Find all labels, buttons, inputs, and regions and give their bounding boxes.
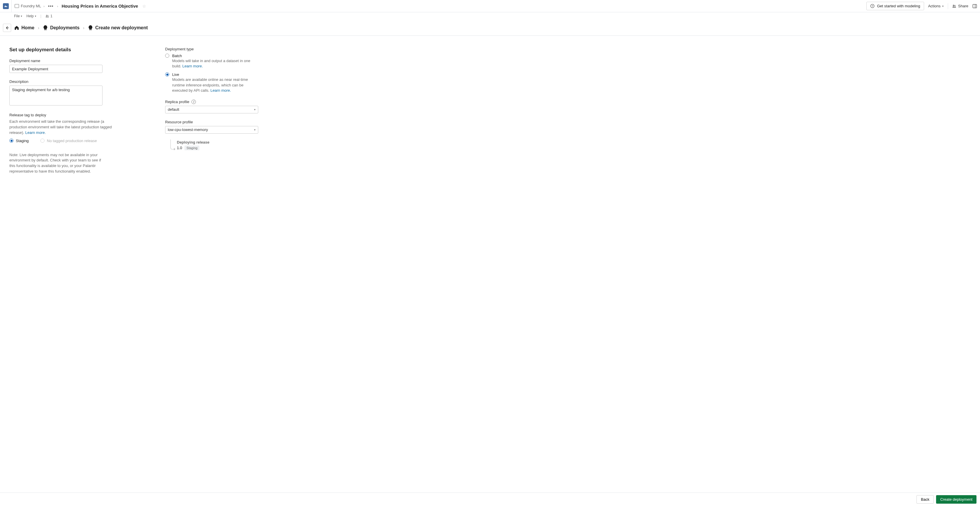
home-icon <box>14 25 19 30</box>
radio-no-prod: No tagged production release <box>40 139 97 143</box>
left-column: Set up deployment details Deployment nam… <box>10 47 113 174</box>
type-batch-name: Batch <box>172 54 257 58</box>
share-button[interactable]: Share <box>952 4 968 8</box>
name-label: Deployment name <box>10 59 113 63</box>
learn-more-link[interactable]: Learn more. <box>182 64 203 68</box>
resource-value: low-cpu-lowest-memory <box>168 128 208 132</box>
help-menu[interactable]: Help▾ <box>26 14 36 18</box>
caret-down-icon: ▾ <box>254 128 256 131</box>
type-live-desc: Models are available online as near real… <box>172 77 257 93</box>
release-tag: Staging <box>185 145 199 150</box>
crumb-create: Create new deployment <box>88 25 148 30</box>
radio-noprod-label: No tagged production release <box>47 139 97 143</box>
release-tag-field: Release tag to deploy Each environment w… <box>10 113 113 143</box>
svg-rect-4 <box>973 5 977 8</box>
release-helper-text: Each environment will take the correspon… <box>10 119 112 135</box>
replica-label: Replica profile <box>165 100 189 104</box>
type-batch[interactable]: Batch Models will take in and output a d… <box>165 54 265 69</box>
svg-point-2 <box>953 5 954 6</box>
type-live-desc-text: Models are available online as near real… <box>172 77 248 92</box>
description-field: Description <box>10 80 113 106</box>
crumb-create-label: Create new deployment <box>95 25 148 30</box>
caret-down-icon: ▾ <box>35 14 36 18</box>
crumb-home[interactable]: Home <box>14 25 34 30</box>
description-label: Description <box>10 80 113 84</box>
name-field: Deployment name <box>10 59 113 73</box>
chevron-right-icon: › <box>37 26 40 30</box>
header-right: ? Get started with modeling Actions ▾ Sh… <box>866 2 977 10</box>
back-button[interactable] <box>3 24 11 32</box>
resource-select[interactable]: low-cpu-lowest-memory ▾ <box>165 126 258 134</box>
chevron-right-icon: › <box>83 26 85 30</box>
description-input[interactable] <box>10 86 102 105</box>
get-started-label: Get started with modeling <box>877 4 920 8</box>
header-count[interactable]: 1 <box>45 14 52 18</box>
type-live-name: Live <box>172 72 257 77</box>
deployment-type-label: Deployment type <box>165 47 265 51</box>
learn-more-link[interactable]: Learn more. <box>25 130 46 135</box>
header-left: Foundry ML › ••• › Housing Prices in Ame… <box>0 0 146 12</box>
resource-label: Resource profile <box>165 120 265 124</box>
share-label: Share <box>958 4 968 8</box>
breadcrumb-row: Home › Deployments › Create new deployme… <box>0 20 980 36</box>
svg-point-3 <box>955 5 956 6</box>
file-label: File <box>14 14 20 18</box>
submenu: File▾ Help▾ | 1 <box>0 12 980 20</box>
svg-point-7 <box>48 15 48 16</box>
divider <box>948 3 948 9</box>
overflow-dots[interactable]: ••• <box>47 3 55 8</box>
release-version: 1.0 <box>177 145 182 150</box>
radio-icon <box>10 139 13 143</box>
panel-toggle-icon[interactable] <box>972 4 977 8</box>
type-live[interactable]: Live Models are available online as near… <box>165 72 265 93</box>
product-name[interactable]: Foundry ML <box>21 4 41 8</box>
main-content: Set up deployment details Deployment nam… <box>0 36 980 185</box>
crumb-deployments-label: Deployments <box>50 25 80 30</box>
brand-logo[interactable] <box>0 0 12 12</box>
release-tag-helper: Each environment will take the correspon… <box>10 119 113 136</box>
people-icon <box>952 4 956 8</box>
radio-icon <box>165 54 169 58</box>
page-title[interactable]: Housing Prices in America Objective <box>62 3 138 8</box>
replica-profile-field: Replica profile i default ▾ <box>165 100 265 113</box>
file-menu[interactable]: File▾ <box>14 14 22 18</box>
crumb-deployments[interactable]: Deployments <box>43 25 80 30</box>
release-tag-radios: Staging No tagged production release <box>10 136 113 143</box>
get-started-button[interactable]: ? Get started with modeling <box>866 2 924 10</box>
rocket-icon <box>43 25 48 30</box>
caret-down-icon: ▾ <box>942 5 944 8</box>
radio-staging[interactable]: Staging <box>10 139 29 143</box>
replica-select[interactable]: default ▾ <box>165 106 258 113</box>
deployment-type-field: Deployment type Batch Models will take i… <box>165 47 265 93</box>
chevron-right-icon: › <box>43 5 45 8</box>
section-title: Set up deployment details <box>10 47 113 53</box>
svg-text:?: ? <box>872 5 873 8</box>
release-title: Deploying release <box>177 140 209 144</box>
connector-icon <box>170 139 174 149</box>
live-note: Note: Live deployments may not be availa… <box>10 152 106 174</box>
folder-icon <box>14 4 19 8</box>
deploying-release-summary: Deploying release 1.0 Staging <box>165 140 265 150</box>
info-icon[interactable]: i <box>191 100 196 104</box>
count-label: 1 <box>50 14 52 18</box>
crumb-home-label: Home <box>21 25 34 30</box>
resource-profile-field: Resource profile low-cpu-lowest-memory ▾ <box>165 120 265 134</box>
rocket-icon <box>88 25 93 30</box>
radio-icon <box>40 139 45 143</box>
star-icon[interactable]: ☆ <box>142 4 146 8</box>
radio-icon <box>165 72 169 77</box>
arrow-left-icon <box>5 26 9 30</box>
type-batch-desc: Models will take in and output a dataset… <box>172 58 257 69</box>
learn-more-link[interactable]: Learn more. <box>210 88 231 93</box>
actions-menu[interactable]: Actions ▾ <box>928 4 944 8</box>
top-header: Foundry ML › ••• › Housing Prices in Ame… <box>0 0 980 12</box>
help-circle-icon: ? <box>870 4 875 8</box>
caret-down-icon: ▾ <box>21 14 22 18</box>
people-small-icon <box>45 14 49 18</box>
release-tag-label: Release tag to deploy <box>10 113 113 117</box>
caret-down-icon: ▾ <box>254 108 256 111</box>
header-breadcrumb: Foundry ML › ••• › Housing Prices in Ame… <box>12 3 146 8</box>
replica-value: default <box>168 107 179 112</box>
name-input[interactable] <box>10 65 102 73</box>
radio-staging-label: Staging <box>16 139 29 143</box>
